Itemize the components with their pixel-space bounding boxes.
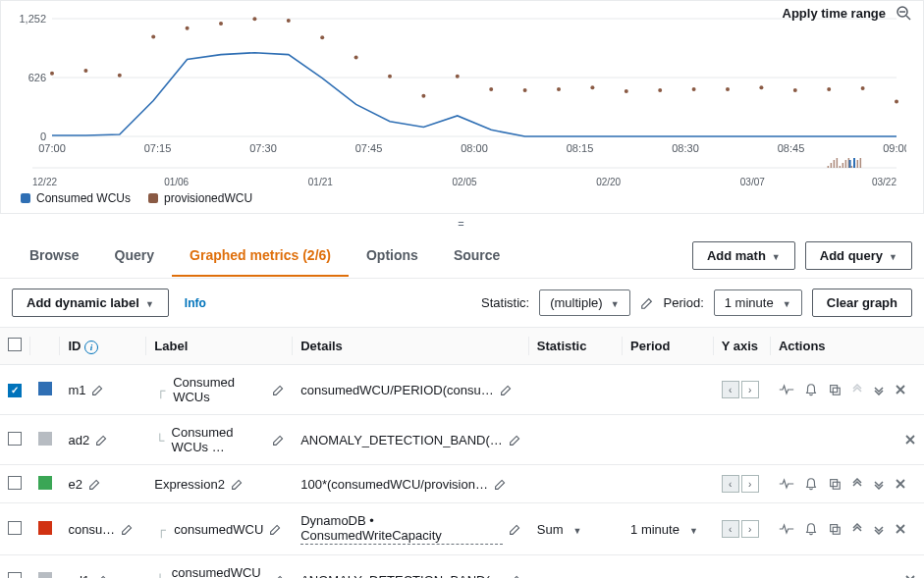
apply-time-range-button[interactable]: Apply time range [783, 6, 886, 21]
zoom-out-icon[interactable] [896, 5, 911, 21]
info-icon[interactable]: i [84, 341, 98, 354]
edit-label-icon[interactable] [269, 523, 282, 536]
anomaly-icon[interactable] [779, 477, 794, 491]
edit-id-icon[interactable] [121, 523, 134, 536]
svg-text:08:15: 08:15 [567, 142, 594, 154]
edit-label-icon[interactable] [272, 434, 285, 447]
remove-icon[interactable] [904, 434, 916, 446]
add-math-button[interactable]: Add math [692, 241, 795, 270]
edit-label-icon[interactable] [272, 384, 285, 396]
edit-details-icon[interactable] [509, 574, 521, 579]
yaxis-toggle[interactable]: ‹ › [722, 475, 763, 493]
alarm-icon[interactable] [804, 383, 818, 396]
tab-browse[interactable]: Browse [12, 236, 97, 277]
edit-details-icon[interactable] [500, 384, 513, 396]
row-id: consu… [68, 522, 115, 537]
row-id: ad1 [68, 573, 89, 579]
anomaly-icon[interactable] [779, 383, 794, 396]
yaxis-left-button[interactable]: ‹ [722, 520, 739, 538]
yaxis-right-button[interactable]: › [741, 475, 759, 493]
timeline-chart[interactable]: 12/2201/0601/2102/0502/2003/0703/22 [13, 158, 911, 187]
svg-point-24 [252, 17, 256, 21]
svg-point-39 [759, 85, 763, 89]
svg-rect-49 [840, 166, 842, 168]
info-link[interactable]: Info [185, 296, 206, 310]
yaxis-right-button[interactable]: › [741, 520, 759, 538]
col-label: Label [146, 328, 293, 365]
tab-options[interactable]: Options [349, 236, 436, 277]
remove-icon[interactable] [895, 384, 906, 395]
row-statistic-select[interactable]: Sum [537, 522, 582, 537]
color-swatch[interactable] [38, 432, 52, 446]
edit-label-icon[interactable] [231, 478, 244, 491]
edit-id-icon[interactable] [95, 574, 108, 579]
table-row: ad1└consumedWCU (e…ANOMALY_DETECTION_BAN… [0, 555, 924, 579]
statistic-select[interactable]: (multiple) [539, 289, 629, 316]
alarm-icon[interactable] [804, 522, 818, 536]
anomaly-icon[interactable] [779, 522, 794, 536]
yaxis-toggle[interactable]: ‹ › [722, 520, 763, 538]
select-value: (multiple) [550, 295, 602, 310]
color-swatch[interactable] [38, 521, 52, 535]
color-swatch[interactable] [38, 382, 52, 395]
row-checkbox[interactable] [8, 432, 22, 446]
copy-icon[interactable] [828, 477, 842, 491]
period-select[interactable]: 1 minute [714, 289, 802, 316]
resize-handle[interactable]: = [0, 214, 924, 234]
copy-icon[interactable] [828, 383, 842, 396]
main-chart[interactable]: 06261,25207:0007:1507:3007:4508:0008:150… [13, 9, 911, 156]
button-label: Add math [707, 248, 766, 263]
copy-icon[interactable] [828, 522, 842, 536]
legend-item-provisioned[interactable]: provisionedWCU [148, 191, 252, 205]
yaxis-right-button[interactable]: › [741, 381, 759, 398]
color-swatch[interactable] [38, 476, 52, 490]
row-period-select[interactable]: 1 minute [630, 522, 698, 537]
period-value: 1 minute [630, 522, 679, 537]
edit-label-icon[interactable] [272, 574, 285, 579]
edit-id-icon[interactable] [91, 384, 104, 396]
tab-query[interactable]: Query [97, 236, 172, 277]
svg-text:1,252: 1,252 [19, 13, 46, 25]
yaxis-toggle[interactable]: ‹ › [722, 381, 763, 398]
move-down-icon[interactable] [873, 523, 885, 535]
row-checkbox[interactable] [8, 384, 22, 397]
move-up-icon[interactable] [851, 478, 863, 490]
tab-source[interactable]: Source [436, 236, 517, 277]
add-dynamic-label-button[interactable]: Add dynamic label [12, 289, 169, 317]
remove-icon[interactable] [904, 574, 916, 578]
select-all-checkbox[interactable] [8, 338, 22, 351]
svg-text:03/22: 03/22 [872, 177, 897, 187]
legend-swatch-icon [148, 193, 158, 203]
edit-id-icon[interactable] [95, 434, 108, 447]
svg-rect-66 [831, 386, 838, 393]
svg-point-28 [388, 75, 392, 79]
clear-graph-button[interactable]: Clear graph [812, 289, 912, 317]
color-swatch[interactable] [38, 572, 52, 579]
edit-details-icon[interactable] [509, 434, 521, 447]
col-id: ID [68, 339, 81, 353]
caret-down-icon [611, 295, 620, 310]
yaxis-left-button[interactable]: ‹ [722, 475, 739, 493]
remove-icon[interactable] [895, 523, 906, 535]
svg-point-25 [287, 19, 291, 23]
edit-details-icon[interactable] [494, 478, 507, 491]
yaxis-left-button[interactable]: ‹ [722, 381, 739, 398]
move-down-icon[interactable] [873, 384, 885, 395]
row-checkbox[interactable] [8, 521, 22, 535]
row-label: consumedWCU [174, 522, 263, 537]
row-checkbox[interactable] [8, 572, 22, 579]
row-checkbox[interactable] [8, 476, 22, 490]
edit-details-icon[interactable] [509, 523, 521, 536]
edit-id-icon[interactable] [88, 478, 101, 491]
edit-statistic-icon[interactable] [640, 296, 654, 310]
move-up-icon[interactable] [851, 523, 863, 535]
tab-graphed-metrics[interactable]: Graphed metrics (2/6) [172, 236, 349, 277]
col-statistic: Statistic [529, 328, 623, 365]
svg-text:626: 626 [28, 72, 46, 83]
alarm-icon[interactable] [804, 477, 818, 491]
add-query-button[interactable]: Add query [805, 241, 912, 270]
legend-item-consumed[interactable]: Consumed WCUs [21, 191, 131, 205]
svg-text:08:30: 08:30 [672, 142, 699, 154]
remove-icon[interactable] [895, 478, 906, 490]
move-down-icon[interactable] [873, 478, 885, 490]
